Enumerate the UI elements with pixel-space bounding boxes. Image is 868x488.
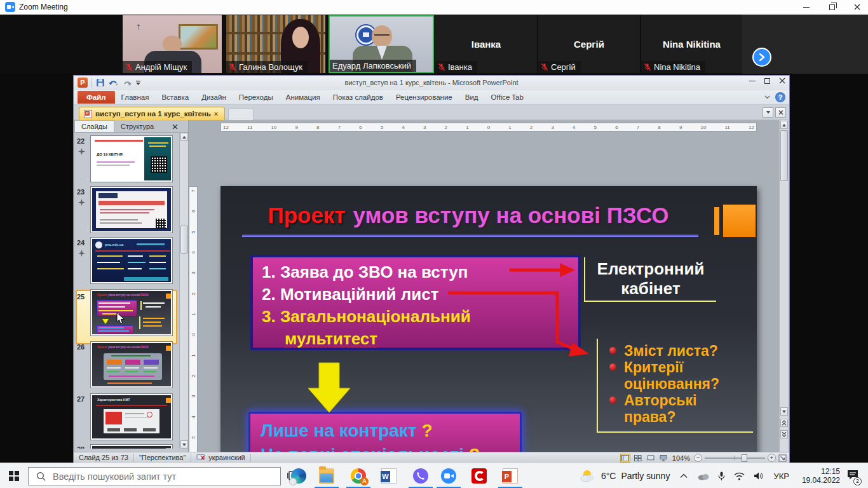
ribbon-tab-home[interactable]: Главная — [115, 91, 156, 104]
taskbar-app-zoom[interactable] — [441, 468, 456, 484]
audio-tile[interactable]: Сергій Сергій — [538, 15, 640, 73]
scroll-thumb[interactable] — [780, 130, 788, 181]
taskbar-clock[interactable]: 12:15 19.04.2022 — [802, 467, 840, 485]
slideshow-icon[interactable] — [658, 454, 668, 463]
taskbar-app-finereader[interactable] — [471, 468, 487, 484]
ribbon-tab-animations[interactable]: Анимация — [280, 91, 327, 104]
participant-name: Галина Волощук — [239, 62, 302, 72]
ribbon-tab-view[interactable]: Вид — [459, 91, 485, 104]
muted-mic-icon — [644, 63, 651, 71]
scroll-up-button[interactable] — [780, 121, 788, 129]
slide-canvas[interactable]: Проектумов вступу на основі ПЗСО 1. Заяв… — [220, 186, 757, 484]
slide-thumbnail[interactable]: pnu.edu.ua — [91, 238, 172, 283]
taskbar-app-word[interactable]: W — [381, 468, 397, 484]
windows-taskbar: A W P 6°C Partly sunny УКР 12:15 19.04.2… — [0, 463, 868, 488]
mouse-cursor — [116, 313, 125, 325]
pane-scroll-up-button[interactable] — [180, 133, 188, 141]
ppt-close-button[interactable] — [779, 78, 785, 84]
taskbar-app-chrome[interactable]: A — [351, 468, 366, 484]
slide-thumbnail[interactable]: Характеристика НМТ — [91, 394, 172, 440]
fit-to-window-icon[interactable] — [778, 454, 787, 462]
language-indicator[interactable]: украинский — [191, 454, 250, 462]
ppt-window-title: виступ_вступ на 1 курс_квітень - Microso… — [74, 79, 789, 86]
ribbon-tab-insert[interactable]: Вставка — [155, 91, 195, 104]
pane-scroll-down-button[interactable] — [180, 440, 188, 449]
slide-thumbnail[interactable]: Характеристика НМТ — [91, 445, 172, 449]
next-participants-button[interactable] — [752, 48, 771, 67]
close-pane-icon[interactable] — [172, 124, 178, 130]
taskbar-app-viber[interactable] — [413, 468, 428, 484]
minimize-button[interactable] — [796, 0, 817, 14]
animation-star-icon — [78, 148, 85, 155]
document-tab-active[interactable]: P виступ_вступ на 1 курс_квітень × — [79, 107, 225, 120]
slide-number: 25 — [77, 293, 90, 301]
ppt-titlebar: P виступ_вступ на 1 курс_квітень - Micro… — [74, 76, 789, 90]
animation-star-icon — [78, 199, 85, 206]
ppt-workarea: Слайды Структура 22 ДО 19 КВІТНЯ — [74, 120, 789, 452]
scroll-down-button[interactable] — [780, 407, 788, 416]
weather-condition: Partly sunny — [621, 471, 670, 481]
pane-scrollbar[interactable] — [179, 133, 188, 449]
audio-tile[interactable]: Nina Nikitina Nina Nikitina — [641, 15, 742, 73]
zoom-slider[interactable] — [705, 458, 765, 459]
video-tile[interactable]: Галина Волощук — [226, 15, 325, 73]
taskbar-app-edge[interactable] — [291, 468, 306, 484]
restore-button[interactable] — [821, 0, 843, 14]
tab-list-dropdown-button[interactable] — [763, 107, 773, 118]
slide-sorter-icon[interactable] — [633, 454, 643, 463]
slide-thumbnail[interactable]: ДО 19 КВІТНЯ — [91, 136, 172, 182]
taskbar-app-powerpoint[interactable]: P — [503, 468, 518, 484]
cloud-icon[interactable] — [698, 472, 709, 480]
zoom-slider-thumb[interactable] — [742, 454, 747, 462]
weather-widget[interactable]: 6°C Partly sunny — [580, 469, 670, 483]
tab-close-button[interactable] — [775, 107, 786, 118]
zoom-in-button[interactable]: + — [768, 454, 776, 462]
spellcheck-icon — [196, 454, 205, 461]
start-button[interactable] — [9, 471, 19, 481]
slide-scrollbar[interactable] — [779, 120, 789, 452]
theme-name[interactable]: "Перспектива" — [134, 454, 191, 462]
ribbon-tab-review[interactable]: Рецензирование — [390, 91, 459, 104]
minimize-ribbon-icon[interactable] — [764, 95, 770, 99]
pane-scroll-thumb[interactable] — [180, 226, 188, 254]
previous-slide-button[interactable] — [780, 419, 788, 427]
slide-thumbnail-selected[interactable]: Проект умов вступу на основі ПЗСО — [91, 290, 172, 336]
ribbon-tab-file[interactable]: Файл — [78, 91, 115, 104]
ppt-minimize-button[interactable] — [749, 81, 756, 81]
ribbon-tab-officetab[interactable]: Office Tab — [485, 91, 530, 104]
audio-tile[interactable]: Іванка Іванка — [435, 15, 537, 73]
slide-thumbnail[interactable]: Проект умов вступу на основі ПЗСО — [91, 342, 172, 388]
reading-view-icon[interactable] — [646, 454, 656, 463]
ribbon-tab-transitions[interactable]: Переходы — [233, 91, 280, 104]
ribbon-tab-slideshow[interactable]: Показ слайдов — [327, 91, 390, 104]
taskbar-app-file-explorer[interactable] — [319, 468, 334, 484]
video-tile-active-speaker[interactable]: Едуард Лапковський — [329, 15, 434, 73]
next-slide-button[interactable] — [780, 430, 788, 438]
wifi-icon[interactable] — [734, 472, 745, 480]
language-indicator[interactable]: УКР — [773, 471, 789, 481]
slide-number: 26 — [77, 343, 90, 351]
muted-mic-icon — [438, 63, 445, 71]
zoom-window-title: Zoom Meeting — [19, 3, 68, 11]
participant-strip: † Андрій Міщук Галина Волощук Едуард Лап… — [0, 15, 868, 74]
clock-date: 19.04.2022 — [802, 476, 840, 485]
mic-icon[interactable] — [718, 471, 725, 481]
document-tab-empty[interactable] — [228, 108, 254, 120]
close-button[interactable] — [846, 0, 868, 14]
chevron-up-icon[interactable] — [680, 473, 688, 478]
zoom-out-button[interactable]: − — [694, 454, 702, 462]
zoom-meeting-window: Zoom Meeting † Андрій Міщук Галина Волощ… — [0, 0, 868, 488]
slide-thumbnail[interactable] — [91, 187, 172, 233]
ppt-maximize-button[interactable] — [764, 78, 770, 84]
pane-tab-slides[interactable]: Слайды — [74, 120, 114, 132]
close-document-tab-icon[interactable]: × — [214, 110, 218, 118]
normal-view-icon[interactable] — [620, 454, 630, 463]
notification-center[interactable]: 2 — [846, 469, 859, 483]
ribbon-tab-design[interactable]: Дизайн — [195, 91, 233, 104]
help-icon[interactable]: ? — [775, 92, 785, 102]
volume-icon[interactable] — [754, 471, 764, 480]
search-input[interactable] — [53, 471, 262, 482]
video-tile[interactable]: † Андрій Міщук — [123, 15, 222, 73]
taskbar-search[interactable] — [28, 467, 281, 485]
pane-tab-outline[interactable]: Структура — [114, 121, 160, 132]
